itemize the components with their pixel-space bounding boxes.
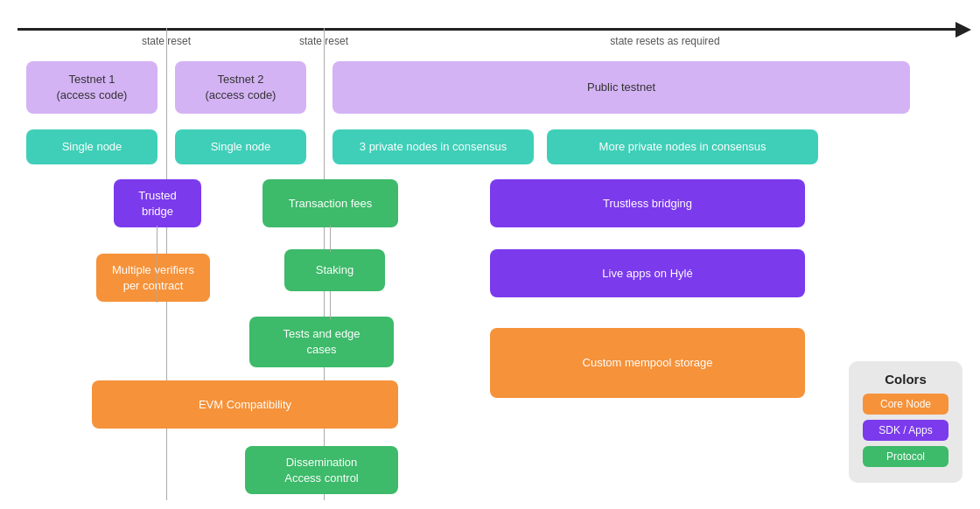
timeline [18, 28, 962, 31]
box-3-private-nodes: 3 private nodes in consensus [332, 129, 534, 164]
box-trusted-bridge: Trusted bridge [114, 179, 201, 227]
box-transaction-fees: Transaction fees [262, 179, 398, 227]
box-trustless-bridging: Trustless bridging [490, 179, 805, 227]
box-single-node1: Single node [26, 129, 158, 164]
state-label-3: state resets as required [610, 35, 719, 47]
connector-staking-tests [330, 291, 331, 319]
box-single-node2: Single node [175, 129, 306, 164]
box-testnet1: Testnet 1 (access code) [26, 61, 158, 114]
box-evm-compat: EVM Compatibility [92, 380, 398, 429]
box-staking: Staking [284, 249, 385, 291]
diagram-container: state reset state reset state resets as … [0, 0, 980, 509]
connector-fees-staking [330, 226, 331, 252]
legend-item-protocol: Protocol [863, 446, 948, 467]
box-live-apps: Live apps on Hylé [490, 249, 805, 297]
legend-item-core-node: Core Node [863, 394, 948, 415]
legend-title: Colors [863, 372, 948, 387]
legend-item-sdk-apps: SDK / Apps [863, 420, 948, 441]
box-more-private-nodes: More private nodes in consensus [547, 129, 818, 164]
box-multiple-verifiers: Multiple verifiers per contract [96, 254, 210, 302]
box-custom-mempool: Custom mempool storage [490, 328, 805, 398]
box-tests-edge-cases: Tests and edge cases [249, 317, 394, 367]
legend: Colors Core NodeSDK / AppsProtocol [849, 361, 962, 483]
box-public-testnet: Public testnet [332, 61, 910, 114]
connector-bridge-verifiers [157, 226, 158, 303]
box-dissemination: Dissemination Access control [245, 446, 398, 494]
box-testnet2: Testnet 2 (access code) [175, 61, 306, 114]
